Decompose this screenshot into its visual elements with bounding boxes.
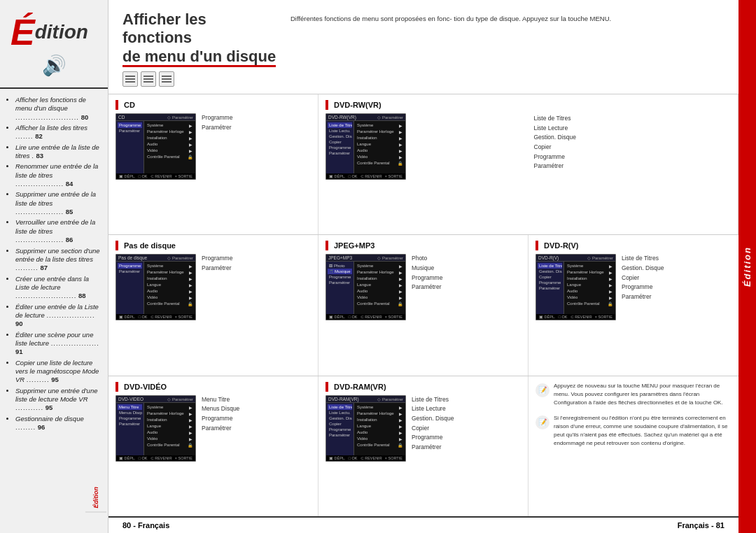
pas-body: Programme Paramétrer Système▶ Paramétrer… — [116, 262, 195, 317]
dvd-ram-screen: DVD-RAM(VR) ◇ Paramétrer Liste de Titres… — [326, 395, 406, 462]
dvd-ram-menu-left: Liste de Titres Liste Lectu. Gestion. Di… — [326, 403, 354, 458]
dvd-video-labels: Menu Titre Menus Disque Programme Paramé… — [202, 395, 239, 433]
footer-right: Français - 81 — [678, 521, 724, 530]
svg-rect-0 — [125, 76, 135, 77]
edition-e-letter: É — [10, 14, 35, 50]
cd-menu-right: Système▶ Paramétrer Horloge▶ Installatio… — [144, 121, 195, 176]
edition-header: É dition 🔊 — [0, 0, 108, 89]
cd-screen-footer: ▣ DÉPL.□ OK⊂ REVENIR× SORTIE — [116, 173, 195, 179]
cd-menu-left: Programme Paramétrer — [116, 121, 144, 176]
sidebar-edition-label: Édition — [85, 483, 106, 513]
left-sidebar: É dition 🔊 Afficher les fonctions de men… — [0, 0, 108, 533]
dvd-rv-labels: Liste de Titres Gestion. Disque Copier P… — [622, 254, 664, 301]
dvd-video-menu-left: Menu Titre Menus Disque Programme Paramé… — [116, 403, 144, 458]
dvd-rv-menu-left: Liste de Titres Gestion. Disq. Copier Pr… — [536, 262, 564, 317]
section-jpeg-content: JPEG+MP3 ◇ Paramétrer 🖼Photo 🎵Musique Pr… — [326, 254, 521, 320]
row-2: Pas de disque Pas de disque ◇ Paramétrer… — [108, 235, 738, 376]
svg-rect-4 — [144, 78, 153, 80]
menu-icon-1 — [122, 71, 138, 87]
section-jpeg-mp3: JPEG+MP3 JPEG+MP3 ◇ Paramétrer 🖼Photo 🎵M… — [318, 235, 528, 375]
nav-item[interactable]: Afficher les fonctions de menu d'un disq… — [15, 96, 101, 122]
pas-screen: Pas de disque ◇ Paramétrer Programme Par… — [115, 254, 196, 320]
page-footer: 80 - Français Français - 81 — [108, 516, 738, 533]
section-pas-disque: Pas de disque Pas de disque ◇ Paramétrer… — [108, 235, 318, 375]
footer-left: 80 - Français — [122, 521, 169, 530]
section-dvd-rv: DVD-R(V) DVD-R(V) ◇ Paramétrer Liste de … — [528, 235, 738, 375]
nav-item[interactable]: Éditer une entrée de la Liste de lecture… — [15, 303, 101, 329]
dvd-rw-body: Liste de Titres Liste Lectu. Gestion. Di… — [326, 121, 405, 176]
cd-screen-header: CD ◇ Paramétrer — [116, 114, 195, 121]
section-dvd-rv-title: DVD-R(V) — [536, 241, 732, 250]
section-cd-content: CD ◇ Paramétrer Programme Paramétrer Sys… — [115, 113, 311, 180]
nav-item[interactable]: Supprimer une entrée de la liste de titr… — [15, 190, 101, 216]
jpeg-labels: Photo Musique Programme Paramétrer — [412, 254, 442, 292]
dvd-ram-labels: Liste de Titres Liste Lecture Gestion. D… — [412, 395, 454, 453]
dvd-video-header: DVD-VIDEO ◇ Paramétrer — [116, 396, 195, 403]
jpeg-footer: ▣ DÉPL.□ OK⊂ REVENIR× SORTIE — [326, 314, 405, 320]
nav-item[interactable]: Éditer une scène pour une liste lecture … — [15, 331, 101, 357]
note-1-icon: 📝 — [536, 383, 550, 397]
dvd-rv-screen: DVD-R(V) ◇ Paramétrer Liste de Titres Ge… — [536, 254, 616, 320]
pas-menu-left: Programme Paramétrer — [116, 262, 144, 317]
svg-rect-8 — [162, 81, 172, 83]
note-1-text: Appuyez de nouveau sur la touche MENU po… — [554, 382, 732, 407]
section-pas-title: Pas de disque — [115, 241, 311, 250]
nav-item[interactable]: Renommer une entrée de la liste de titre… — [15, 162, 101, 188]
dvd-rw-labels: Liste de Titres Liste Lecture Gestion. D… — [534, 114, 576, 171]
menu-icon-2 — [141, 71, 156, 87]
nav-item[interactable]: Lire une entrée de la liste de titres . … — [15, 143, 101, 161]
menu-icon-3 — [159, 71, 174, 87]
svg-rect-2 — [125, 81, 135, 83]
section-cd: CD CD ◇ Paramétrer Programme Paramétrer — [108, 94, 318, 234]
pas-menu-right: Système▶ Paramétrer Horloge▶ Installatio… — [144, 262, 195, 317]
row-3: DVD-VIDÉO DVD-VIDEO ◇ Paramétrer Menu Ti… — [108, 376, 738, 516]
section-cd-title: CD — [115, 100, 311, 110]
edition-word: dition — [35, 22, 88, 42]
section-dvd-rw-title: DVD-RW(VR) — [326, 100, 523, 110]
svg-rect-3 — [144, 76, 153, 77]
jpeg-menu-left: 🖼Photo 🎵Musique Programme Paramétrer — [326, 262, 354, 317]
sections-container: CD CD ◇ Paramétrer Programme Paramétrer — [108, 94, 738, 516]
nav-item[interactable]: Gestionnaire de disque ........ 96 — [15, 415, 101, 432]
section-dvd-video-content: DVD-VIDEO ◇ Paramétrer Menu Titre Menus … — [115, 395, 311, 462]
jpeg-body: 🖼Photo 🎵Musique Programme Paramétrer Sys… — [326, 262, 405, 317]
svg-rect-6 — [162, 76, 172, 77]
section-dvd-video-title: DVD-VIDÉO — [115, 382, 311, 392]
nav-item[interactable]: Copier une liste de lecture vers le magn… — [15, 359, 101, 385]
section-dvd-rw-content: DVD-RW(VR) ◇ Paramétrer Liste de Titres … — [326, 113, 523, 180]
jpeg-menu-right: Système▶ Paramétrer Horloge▶ Installatio… — [354, 262, 405, 317]
nav-item[interactable]: Afficher la liste des titres ....... 82 — [15, 124, 101, 141]
nav-item[interactable]: Verrouiller une entrée de la liste de ti… — [15, 218, 101, 244]
pas-footer: ▣ DÉPL.□ OK⊂ REVENIR× SORTIE — [116, 314, 195, 320]
page-title: Afficher les fonctions de menu d'un disq… — [122, 10, 276, 66]
nav-item[interactable]: Créer une entrée dans la Liste de lectur… — [15, 275, 101, 301]
nav-item[interactable]: Supprimer une entrée d'une liste de lect… — [15, 387, 101, 413]
cd-labels: Programme Paramétrer — [202, 113, 232, 132]
page-description: Différentes fonctions de menu sont propo… — [290, 10, 724, 87]
dvd-ram-menu-right: Système▶ Paramétrer Horloge▶ Installatio… — [354, 403, 405, 458]
top-section: Afficher les fonctions de menu d'un disq… — [108, 0, 738, 94]
dvd-rw-header: DVD-RW(VR) ◇ Paramétrer — [326, 114, 405, 121]
jpeg-screen: JPEG+MP3 ◇ Paramétrer 🖼Photo 🎵Musique Pr… — [326, 254, 406, 320]
page-title-block: Afficher les fonctions de menu d'un disq… — [122, 10, 276, 87]
right-sidebar-edition-label: Édition — [742, 246, 752, 287]
dvd-ram-footer: ▣ DÉPL.□ OK⊂ REVENIR× SORTIE — [326, 455, 405, 461]
svg-rect-7 — [162, 78, 172, 80]
svg-rect-5 — [144, 81, 153, 83]
cd-screen: CD ◇ Paramétrer Programme Paramétrer Sys… — [115, 113, 196, 180]
nav-item[interactable]: Supprimer une section d'une entrée de la… — [15, 247, 101, 273]
section-dvd-video: DVD-VIDÉO DVD-VIDEO ◇ Paramétrer Menu Ti… — [108, 376, 318, 516]
dvd-video-screen: DVD-VIDEO ◇ Paramétrer Menu Titre Menus … — [115, 395, 196, 462]
dvd-video-footer: ▣ DÉPL.□ OK⊂ REVENIR× SORTIE — [116, 455, 195, 461]
note-2-text: Si l'enregistrement ou l'édition n'ont p… — [554, 414, 732, 448]
pas-header: Pas de disque ◇ Paramétrer — [116, 255, 195, 262]
dvd-video-menu-right: Système▶ Paramétrer Horloge▶ Installatio… — [144, 403, 195, 458]
dvd-ram-body: Liste de Titres Liste Lectu. Gestion. Di… — [326, 403, 405, 458]
cd-screen-body: Programme Paramétrer Système▶ Paramétrer… — [116, 121, 195, 176]
row-1: CD CD ◇ Paramétrer Programme Paramétrer — [108, 94, 738, 235]
right-sidebar: Édition — [738, 0, 756, 533]
dvd-rv-body: Liste de Titres Gestion. Disq. Copier Pr… — [536, 262, 615, 317]
section-jpeg-title: JPEG+MP3 — [326, 241, 521, 250]
dvd-rw-screen: DVD-RW(VR) ◇ Paramétrer Liste de Titres … — [326, 113, 406, 180]
section-pas-content: Pas de disque ◇ Paramétrer Programme Par… — [115, 254, 311, 320]
